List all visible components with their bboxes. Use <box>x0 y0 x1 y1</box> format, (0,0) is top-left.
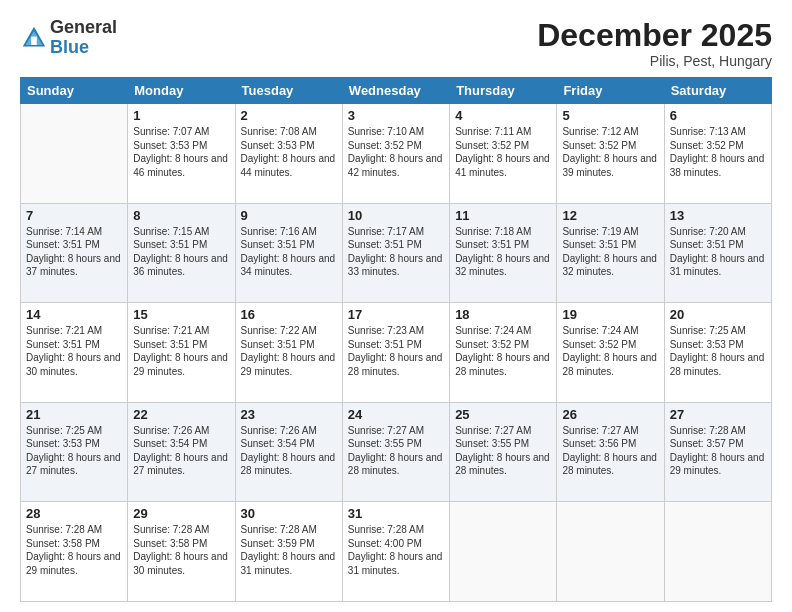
header-monday: Monday <box>128 78 235 104</box>
location: Pilis, Pest, Hungary <box>537 53 772 69</box>
table-row: 19 Sunrise: 7:24 AMSunset: 3:52 PMDaylig… <box>557 303 664 403</box>
header: General Blue December 2025 Pilis, Pest, … <box>20 18 772 69</box>
day-number: 3 <box>348 108 444 123</box>
table-row: 30 Sunrise: 7:28 AMSunset: 3:59 PMDaylig… <box>235 502 342 602</box>
day-number: 22 <box>133 407 229 422</box>
day-info: Sunrise: 7:18 AMSunset: 3:51 PMDaylight:… <box>455 226 550 278</box>
logo-general-text: General <box>50 18 117 38</box>
day-info: Sunrise: 7:17 AMSunset: 3:51 PMDaylight:… <box>348 226 443 278</box>
table-row: 29 Sunrise: 7:28 AMSunset: 3:58 PMDaylig… <box>128 502 235 602</box>
table-row: 28 Sunrise: 7:28 AMSunset: 3:58 PMDaylig… <box>21 502 128 602</box>
day-number: 9 <box>241 208 337 223</box>
table-row: 11 Sunrise: 7:18 AMSunset: 3:51 PMDaylig… <box>450 203 557 303</box>
day-number: 31 <box>348 506 444 521</box>
logo-blue-text: Blue <box>50 38 117 58</box>
table-row: 31 Sunrise: 7:28 AMSunset: 4:00 PMDaylig… <box>342 502 449 602</box>
day-number: 10 <box>348 208 444 223</box>
day-number: 8 <box>133 208 229 223</box>
day-info: Sunrise: 7:27 AMSunset: 3:55 PMDaylight:… <box>348 425 443 477</box>
day-number: 21 <box>26 407 122 422</box>
day-info: Sunrise: 7:28 AMSunset: 4:00 PMDaylight:… <box>348 524 443 576</box>
day-number: 30 <box>241 506 337 521</box>
day-info: Sunrise: 7:08 AMSunset: 3:53 PMDaylight:… <box>241 126 336 178</box>
day-info: Sunrise: 7:28 AMSunset: 3:59 PMDaylight:… <box>241 524 336 576</box>
day-info: Sunrise: 7:10 AMSunset: 3:52 PMDaylight:… <box>348 126 443 178</box>
calendar-header: Sunday Monday Tuesday Wednesday Thursday… <box>21 78 772 104</box>
day-info: Sunrise: 7:13 AMSunset: 3:52 PMDaylight:… <box>670 126 765 178</box>
day-info: Sunrise: 7:28 AMSunset: 3:57 PMDaylight:… <box>670 425 765 477</box>
day-number: 12 <box>562 208 658 223</box>
day-number: 24 <box>348 407 444 422</box>
day-number: 5 <box>562 108 658 123</box>
day-number: 18 <box>455 307 551 322</box>
calendar-week-row: 1 Sunrise: 7:07 AMSunset: 3:53 PMDayligh… <box>21 104 772 204</box>
logo-text: General Blue <box>50 18 117 58</box>
table-row: 5 Sunrise: 7:12 AMSunset: 3:52 PMDayligh… <box>557 104 664 204</box>
day-number: 23 <box>241 407 337 422</box>
table-row: 1 Sunrise: 7:07 AMSunset: 3:53 PMDayligh… <box>128 104 235 204</box>
day-info: Sunrise: 7:21 AMSunset: 3:51 PMDaylight:… <box>133 325 228 377</box>
day-number: 11 <box>455 208 551 223</box>
calendar-week-row: 14 Sunrise: 7:21 AMSunset: 3:51 PMDaylig… <box>21 303 772 403</box>
day-number: 15 <box>133 307 229 322</box>
calendar-table: Sunday Monday Tuesday Wednesday Thursday… <box>20 77 772 602</box>
header-wednesday: Wednesday <box>342 78 449 104</box>
table-row: 8 Sunrise: 7:15 AMSunset: 3:51 PMDayligh… <box>128 203 235 303</box>
day-info: Sunrise: 7:27 AMSunset: 3:55 PMDaylight:… <box>455 425 550 477</box>
day-info: Sunrise: 7:16 AMSunset: 3:51 PMDaylight:… <box>241 226 336 278</box>
day-number: 17 <box>348 307 444 322</box>
table-row: 22 Sunrise: 7:26 AMSunset: 3:54 PMDaylig… <box>128 402 235 502</box>
day-number: 26 <box>562 407 658 422</box>
day-number: 13 <box>670 208 766 223</box>
day-number: 4 <box>455 108 551 123</box>
calendar-body: 1 Sunrise: 7:07 AMSunset: 3:53 PMDayligh… <box>21 104 772 602</box>
day-info: Sunrise: 7:28 AMSunset: 3:58 PMDaylight:… <box>26 524 121 576</box>
calendar-week-row: 21 Sunrise: 7:25 AMSunset: 3:53 PMDaylig… <box>21 402 772 502</box>
header-thursday: Thursday <box>450 78 557 104</box>
table-row: 7 Sunrise: 7:14 AMSunset: 3:51 PMDayligh… <box>21 203 128 303</box>
day-number: 14 <box>26 307 122 322</box>
table-row: 20 Sunrise: 7:25 AMSunset: 3:53 PMDaylig… <box>664 303 771 403</box>
header-tuesday: Tuesday <box>235 78 342 104</box>
day-info: Sunrise: 7:14 AMSunset: 3:51 PMDaylight:… <box>26 226 121 278</box>
day-number: 29 <box>133 506 229 521</box>
table-row <box>664 502 771 602</box>
table-row: 13 Sunrise: 7:20 AMSunset: 3:51 PMDaylig… <box>664 203 771 303</box>
logo: General Blue <box>20 18 117 58</box>
table-row <box>21 104 128 204</box>
svg-rect-2 <box>31 36 37 44</box>
table-row: 15 Sunrise: 7:21 AMSunset: 3:51 PMDaylig… <box>128 303 235 403</box>
table-row: 18 Sunrise: 7:24 AMSunset: 3:52 PMDaylig… <box>450 303 557 403</box>
table-row <box>557 502 664 602</box>
day-info: Sunrise: 7:25 AMSunset: 3:53 PMDaylight:… <box>26 425 121 477</box>
calendar-week-row: 7 Sunrise: 7:14 AMSunset: 3:51 PMDayligh… <box>21 203 772 303</box>
header-saturday: Saturday <box>664 78 771 104</box>
table-row: 4 Sunrise: 7:11 AMSunset: 3:52 PMDayligh… <box>450 104 557 204</box>
day-info: Sunrise: 7:15 AMSunset: 3:51 PMDaylight:… <box>133 226 228 278</box>
day-info: Sunrise: 7:27 AMSunset: 3:56 PMDaylight:… <box>562 425 657 477</box>
day-number: 2 <box>241 108 337 123</box>
day-number: 7 <box>26 208 122 223</box>
day-info: Sunrise: 7:07 AMSunset: 3:53 PMDaylight:… <box>133 126 228 178</box>
day-number: 25 <box>455 407 551 422</box>
month-title: December 2025 <box>537 18 772 53</box>
title-block: December 2025 Pilis, Pest, Hungary <box>537 18 772 69</box>
day-info: Sunrise: 7:24 AMSunset: 3:52 PMDaylight:… <box>455 325 550 377</box>
day-info: Sunrise: 7:23 AMSunset: 3:51 PMDaylight:… <box>348 325 443 377</box>
table-row: 2 Sunrise: 7:08 AMSunset: 3:53 PMDayligh… <box>235 104 342 204</box>
table-row: 6 Sunrise: 7:13 AMSunset: 3:52 PMDayligh… <box>664 104 771 204</box>
table-row: 17 Sunrise: 7:23 AMSunset: 3:51 PMDaylig… <box>342 303 449 403</box>
calendar-week-row: 28 Sunrise: 7:28 AMSunset: 3:58 PMDaylig… <box>21 502 772 602</box>
table-row: 26 Sunrise: 7:27 AMSunset: 3:56 PMDaylig… <box>557 402 664 502</box>
table-row: 16 Sunrise: 7:22 AMSunset: 3:51 PMDaylig… <box>235 303 342 403</box>
page: General Blue December 2025 Pilis, Pest, … <box>0 0 792 612</box>
header-friday: Friday <box>557 78 664 104</box>
table-row: 24 Sunrise: 7:27 AMSunset: 3:55 PMDaylig… <box>342 402 449 502</box>
table-row: 27 Sunrise: 7:28 AMSunset: 3:57 PMDaylig… <box>664 402 771 502</box>
day-info: Sunrise: 7:19 AMSunset: 3:51 PMDaylight:… <box>562 226 657 278</box>
day-info: Sunrise: 7:20 AMSunset: 3:51 PMDaylight:… <box>670 226 765 278</box>
day-info: Sunrise: 7:12 AMSunset: 3:52 PMDaylight:… <box>562 126 657 178</box>
weekday-header-row: Sunday Monday Tuesday Wednesday Thursday… <box>21 78 772 104</box>
day-info: Sunrise: 7:11 AMSunset: 3:52 PMDaylight:… <box>455 126 550 178</box>
day-number: 27 <box>670 407 766 422</box>
